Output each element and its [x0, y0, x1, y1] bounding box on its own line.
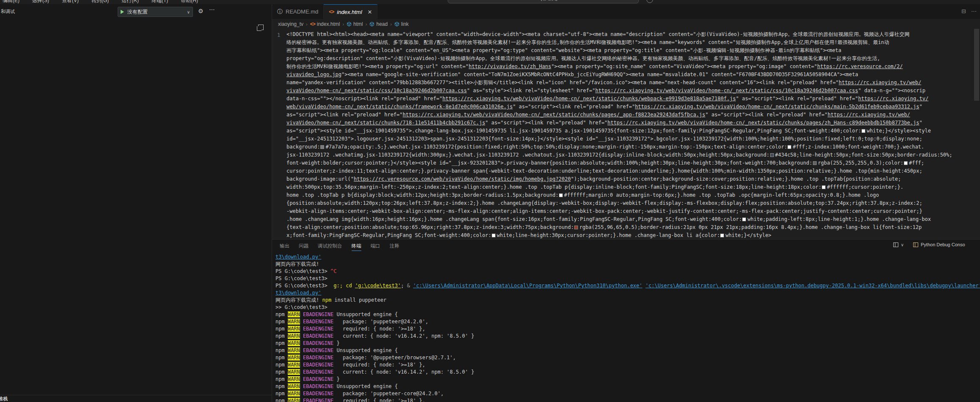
text-segment: " as="script"><link rel="preload" href="	[736, 96, 858, 102]
text-segment	[300, 383, 303, 389]
code-line[interactable]: as="script"><style id="__jsx-1901459735"…	[286, 127, 980, 135]
code-line[interactable]: 制作你的生活MV和微视频电影吧!"><meta property="og:url…	[286, 63, 980, 71]
panel-tab-终端[interactable]: 终端	[347, 240, 366, 251]
panel-tab-端口[interactable]: 端口	[366, 240, 385, 251]
code-line[interactable]: 画字幕和贴纸"><meta property="og:locale" conte…	[286, 47, 980, 55]
breadcrumb-item-link[interactable]: link	[394, 21, 409, 27]
code-line[interactable]: x;font-family:PingFangSC-Regular,PingFan…	[286, 231, 980, 239]
text-segment: EBADENGINE	[303, 383, 333, 389]
code-line[interactable]: width:500px;top:35.56px;margin-left:-250…	[286, 183, 980, 191]
panel-tab-输出[interactable]: 输出	[275, 240, 294, 251]
menu-item[interactable]: 转到(G)	[91, 0, 110, 4]
menu-item[interactable]: 编辑(E)	[2, 0, 20, 4]
terminal-line: npm WARN EBADENGINE package: 'puppeteer@…	[275, 318, 980, 325]
split-terminal-icon[interactable]	[893, 242, 898, 247]
gear-icon[interactable]: ⚙	[198, 8, 204, 14]
text-segment: WARN	[288, 398, 300, 402]
menu-item[interactable]: 终端(T)	[151, 0, 169, 4]
code-line[interactable]: {text-align:center;position:absolute;top…	[286, 223, 980, 231]
code-line[interactable]: {position:absolute;width:120px;top:26px;…	[286, 199, 980, 207]
text-segment: g:;	[333, 283, 343, 289]
code-line[interactable]: background-image:url("https://rc.veresou…	[286, 175, 980, 183]
titlebar-settings-icon[interactable]	[647, 0, 653, 3]
code-line[interactable]: cursor:pointer;z-index:11;text-align:cen…	[286, 167, 980, 175]
terminal-line: t3\download.py'	[275, 289, 980, 297]
bottom-panel: 输出问题调试控制台终端端口注释 ∨ Python Debug Conso t3\…	[272, 239, 980, 402]
code-line[interactable]: 络的秘密神器。更有独家视频美颜、动画贴纸、多字幕添加、配音/配乐、炫酷特效等视频…	[286, 39, 980, 47]
terminal-list-item[interactable]: Python Debug Conso	[913, 242, 977, 247]
text-segment: WARN	[288, 383, 300, 389]
breadcrumb-item-index-html[interactable]: <>index.html	[310, 21, 340, 27]
split-editor-icon[interactable]: ⊟	[961, 8, 966, 14]
editor-tab-bar: ⓘ README.md <> index.html ✕ ⊟ ⋯	[272, 4, 980, 19]
text-segment: white;padding-left:8px;line-height:1;}.h…	[747, 216, 930, 222]
color-swatch-icon	[742, 218, 746, 221]
text-segment: EBADENGINE	[303, 326, 333, 332]
text-segment: id="__jsx-2451312203">.logouser.jsx-2451…	[286, 136, 922, 142]
breadcrumb-item-head[interactable]: head	[369, 21, 388, 27]
code-line[interactable]: jsx-1103239172 .wechatimg.jsx-1103239172…	[286, 151, 980, 159]
start-debug-icon[interactable]	[121, 10, 124, 14]
tab-readme-md[interactable]: ⓘ README.md	[272, 4, 324, 19]
menu-item[interactable]: 查看(V)	[61, 0, 80, 4]
text-segment	[300, 398, 303, 402]
more-actions-icon[interactable]: ⋯	[209, 6, 215, 13]
text-segment	[300, 391, 303, 396]
text-segment: {position:absolute;width:120px;top:26px;…	[286, 200, 922, 206]
code-line[interactable]: <!DOCTYPE html><html><head><meta name="v…	[286, 30, 980, 39]
tab-index-html[interactable]: <> index.html ✕	[324, 4, 377, 19]
text-segment: WARN	[288, 326, 300, 332]
command-center-search[interactable]: test3 [管理员]	[448, 0, 639, 3]
code-line[interactable]: vivaVideo/home-cn/_next/static/css/10c18…	[286, 87, 980, 95]
code-line[interactable]: -webkit-align-items:center;-webkit-box-a…	[286, 207, 980, 215]
text-segment: required: { node: '>=18' },	[333, 326, 425, 332]
breadcrumb-item-html[interactable]: html	[347, 21, 363, 27]
launch-config-dropdown[interactable]: 没有配置 ∨	[118, 7, 193, 17]
text-segment	[352, 283, 355, 289]
menu-item[interactable]: 运行(R)	[121, 0, 140, 4]
menu-item[interactable]: 帮助(H)	[180, 0, 199, 4]
code-line[interactable]: data-n-css=""></noscript><link rel="prel…	[286, 95, 980, 103]
code-line[interactable]: as="script"><link rel="preload" href="ht…	[286, 111, 980, 119]
code-line[interactable]: web/vivaVideo/home-cn/_next/static/chunk…	[286, 103, 980, 111]
code-line[interactable]: background:#7a7a7a;opacity:.5;}.wechat.j…	[286, 143, 980, 151]
duplicate-view-icon[interactable]	[258, 25, 264, 30]
text-segment: property="og:description" content="小影(Vi…	[286, 55, 880, 61]
call-stack-section-label[interactable]: 堆栈	[0, 396, 8, 402]
panel-tab-问题[interactable]: 问题	[295, 240, 313, 251]
panel-tab-注释[interactable]: 注释	[385, 240, 404, 251]
editor-more-actions-icon[interactable]: ⋯	[971, 8, 977, 14]
panel-tab-调试控制台[interactable]: 调试控制台	[314, 240, 347, 251]
text-segment: PS G:\code\test3>	[275, 275, 328, 281]
code-line[interactable]: name="yandex-verification" content="79bb…	[286, 79, 980, 87]
text-segment: EBADENGINE	[303, 319, 333, 325]
color-swatch-icon	[720, 234, 724, 237]
editor-scrollbar[interactable]	[974, 29, 979, 101]
text-segment: EBADENGINE	[303, 340, 333, 346]
terminal-output[interactable]: t3\download.py'网页内容下载完成!PS G:\code\test3…	[272, 252, 980, 402]
menu-item[interactable]: 选择(S)	[31, 0, 50, 4]
code-line[interactable]: id="__jsx-2451312203">.logouser.jsx-2451…	[286, 135, 980, 143]
code-line[interactable]: property="og:description" content="小影(Vi…	[286, 55, 980, 63]
close-icon[interactable]: ✕	[368, 9, 372, 15]
code-line[interactable]: vivaVideo/home-cn/_next/static/chunks/71…	[286, 119, 980, 127]
code-line[interactable]: home .top .topTab p b{display:block;widt…	[286, 191, 980, 199]
text-segment: x;font-family:PingFangSC-Regular,PingFan…	[286, 232, 491, 238]
text-segment	[300, 333, 303, 339]
text-segment: name="yandex-verification" content="79bb…	[286, 80, 839, 85]
code-line[interactable]: vivavideo_logo.jpg"><meta name="google-s…	[286, 71, 980, 79]
breadcrumb-item-xiaoying-tv[interactable]: xiaoying_tv	[278, 21, 303, 27]
text-segment: WARN	[288, 340, 300, 346]
terminal-chevron-down-icon[interactable]: ∨	[901, 242, 904, 247]
code-line[interactable]: .home .changeLang img{width:16px;height:…	[286, 215, 980, 223]
code-line[interactable]: font-weight:bolder;cursor:pointer;}</sty…	[286, 159, 980, 167]
text-segment: rgba(255,96,65,0.5);border-radius:21px 0…	[579, 224, 922, 230]
text-segment: npm	[275, 333, 288, 339]
text-segment: "	[919, 104, 922, 110]
code-editor[interactable]: 1 <!DOCTYPE html><html><head><meta name=…	[272, 29, 980, 239]
line-number: 1	[277, 31, 280, 39]
text-segment: EBADENGINE	[303, 369, 333, 375]
text-segment: npm	[275, 362, 288, 368]
text-segment: EBADENGINE	[303, 311, 333, 317]
text-segment: font-weight:bolder;cursor:pointer;}</sty…	[286, 160, 812, 166]
